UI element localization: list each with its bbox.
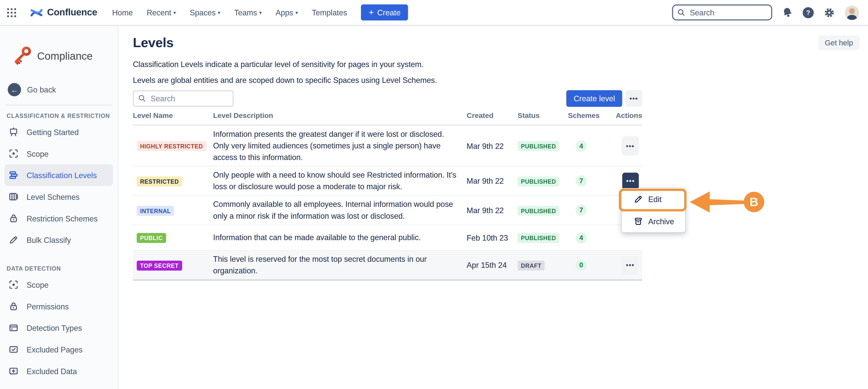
chevron-down-icon: ▾ [174, 9, 176, 15]
row-actions-button-active[interactable]: ••• [622, 172, 639, 189]
level-description: Commonly available to all employees. Int… [213, 196, 467, 225]
col-schemes: Schemes [568, 111, 619, 120]
confluence-mark-icon [31, 6, 42, 19]
level-badge: HIGHLY RESTRICTED [137, 141, 207, 151]
confluence-logo[interactable]: Confluence [31, 6, 97, 19]
nav-item-templates[interactable]: Templates [312, 8, 347, 17]
sidebar-divider [5, 104, 112, 105]
notifications-icon[interactable] [781, 6, 794, 19]
nav-item-spaces[interactable]: Spaces▾ [190, 8, 220, 17]
status-badge: PUBLISHED [518, 141, 559, 151]
go-back-button[interactable]: ← Go back [8, 83, 118, 96]
table-row: HIGHLY RESTRICTED Information presents t… [133, 126, 642, 167]
sidebar-item-excluded-pages[interactable]: Excluded Pages [0, 338, 118, 360]
chevron-down-icon: ▾ [259, 9, 262, 15]
sidebar-item-scope[interactable]: Scope [0, 143, 118, 164]
row-actions-button[interactable]: ••• [622, 256, 639, 275]
schemes-count: 0 [576, 259, 587, 270]
col-actions: Actions [616, 111, 642, 120]
level-description: Information that can be made available t… [213, 229, 467, 246]
sidebar-item-level-schemes[interactable]: Level Schemes [0, 186, 118, 207]
levels-search-input[interactable] [133, 90, 234, 107]
level-badge: PUBLIC [137, 233, 166, 243]
compliance-app-logo: Compliance [11, 45, 118, 68]
status-badge: DRAFT [518, 260, 545, 270]
nav-item-home[interactable]: Home [112, 8, 133, 17]
menu-item-archive[interactable]: Archive [622, 210, 685, 232]
get-help-button[interactable]: Get help [818, 35, 860, 51]
sidebar-item-detection-types[interactable]: Detection Types [0, 317, 118, 339]
section-title-data-detection: DATA DETECTION [6, 265, 111, 271]
create-level-button[interactable]: Create level [566, 90, 622, 107]
level-description: Only people with a need to know should s… [213, 166, 467, 195]
nav-item-teams[interactable]: Teams▾ [234, 8, 261, 17]
card-check-icon [9, 345, 18, 354]
created-date: Apr 15th 24 [467, 261, 518, 269]
create-button[interactable]: + Create [361, 4, 408, 21]
sidebar-item-restriction-schemes[interactable]: Restriction Schemes [0, 207, 118, 229]
toolbar-more-button[interactable]: ••• [625, 90, 642, 107]
search-icon [677, 8, 685, 17]
menu-item-edit[interactable]: Edit [622, 188, 685, 210]
archive-icon [634, 217, 643, 226]
sidebar-item-dd-scope[interactable]: Scope [0, 274, 118, 295]
table-header: Level Name Level Description Created Sta… [133, 111, 642, 126]
schemes-count: 4 [576, 232, 587, 243]
levels-table: Level Name Level Description Created Sta… [133, 111, 642, 281]
chevron-down-icon: ▾ [218, 9, 220, 15]
help-icon[interactable]: ? [803, 7, 814, 18]
col-status: Status [518, 111, 568, 120]
app-switcher-icon[interactable] [6, 7, 17, 18]
lock-icon [9, 214, 18, 223]
sidebar-item-getting-started[interactable]: Getting Started [0, 121, 118, 143]
settings-gear-icon[interactable] [824, 7, 835, 18]
pencil-icon [634, 195, 643, 203]
scope-icon [9, 149, 18, 158]
app-window: Confluence Home Recent▾ Spaces▾ Teams▾ A… [0, 0, 868, 389]
level-description: This level is reserved for the most top … [213, 251, 467, 280]
row-actions-button[interactable]: ••• [622, 136, 639, 156]
nav-item-recent[interactable]: Recent▾ [147, 8, 176, 17]
schemes-count: 4 [576, 140, 587, 152]
more-icon: ••• [626, 262, 634, 268]
key-icon [11, 45, 33, 68]
sidebar-item-classification-levels[interactable]: Classification Levels [4, 164, 113, 186]
columns-icon [9, 192, 18, 201]
created-date: Feb 10th 23 [467, 233, 518, 242]
more-icon: ••• [626, 142, 634, 149]
user-avatar[interactable] [845, 5, 859, 20]
col-level-name: Level Name [133, 111, 213, 120]
card-icon [9, 323, 18, 332]
nav-item-apps[interactable]: Apps▾ [276, 8, 298, 17]
table-toolbar: Create level ••• [133, 90, 642, 107]
global-search-input[interactable] [672, 4, 772, 21]
main-content: Levels Get help Classification Levels in… [119, 26, 868, 389]
schemes-count: 7 [576, 175, 587, 187]
table-row: RESTRICTED Only people with a need to kn… [133, 166, 642, 196]
more-icon: ••• [626, 177, 635, 184]
created-date: Mar 9th 22 [467, 206, 518, 215]
card-plus-icon [9, 366, 18, 376]
status-badge: PUBLISHED [518, 233, 559, 243]
table-row: TOP SECRET This level is reserved for th… [133, 251, 642, 281]
intro-line-2: Levels are global entities and are scope… [133, 76, 868, 85]
stacked-levels-icon [9, 170, 18, 180]
col-created: Created [467, 111, 518, 120]
sidebar-item-permissions[interactable]: Permissions [0, 295, 118, 317]
more-icon: ••• [629, 95, 638, 102]
created-date: Mar 9th 22 [467, 141, 518, 150]
sidebar: Compliance ← Go back CLASSIFICATION & RE… [0, 26, 119, 389]
sidebar-item-excluded-data[interactable]: Excluded Data [0, 360, 118, 382]
section-title-classification: CLASSIFICATION & RESTRICTION [6, 112, 111, 119]
created-date: Mar 9th 22 [467, 176, 518, 186]
level-description: Information presents the greatest danger… [213, 126, 467, 166]
search-icon [138, 94, 146, 102]
pencil-icon [9, 235, 18, 245]
col-level-description: Level Description [213, 111, 467, 120]
sidebar-item-bulk-classify[interactable]: Bulk Classify [0, 229, 118, 251]
lock-icon [9, 301, 18, 311]
intro-line-1: Classification Levels indicate a particu… [133, 60, 868, 68]
easel-icon [9, 127, 18, 136]
status-badge: PUBLISHED [518, 176, 559, 187]
level-badge: TOP SECRET [137, 260, 182, 270]
